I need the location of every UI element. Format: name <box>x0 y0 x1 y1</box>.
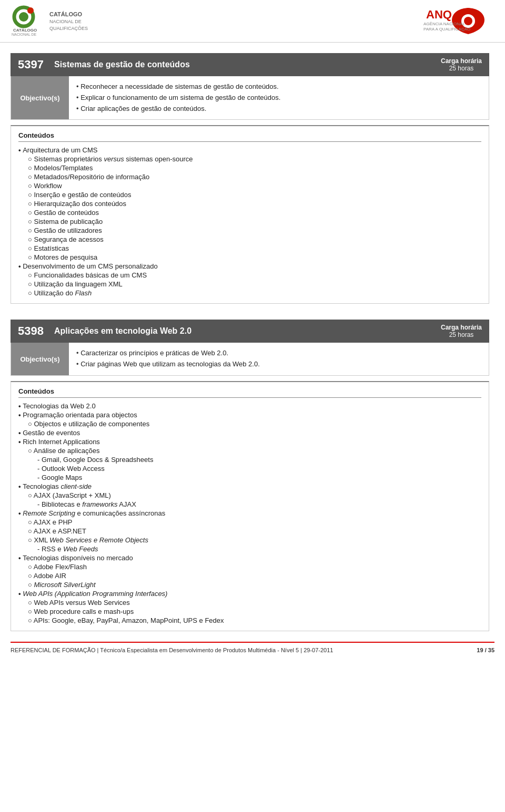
objectivo-list-1: Reconhecer a necessidade de sistemas de … <box>76 81 481 114</box>
section-5398-title: Aplicações em tecnologia Web 2.0 <box>54 326 441 336</box>
conteudo2-item-20: Adobe AIR <box>18 572 481 580</box>
logo-left-line1: CATÁLOGO <box>49 11 88 18</box>
conteudo2-item-23: Web APIs versus Web Services <box>18 599 481 607</box>
conteudo-item-15: Funcionalidades básicas de um CMS <box>18 271 481 279</box>
conteudo-item-8: Gestão de conteúdos <box>18 209 481 217</box>
section-5397-conteudos-block: Conteúdos Arquitectura de um CMS Sistema… <box>11 125 489 304</box>
conteudo2-item-1: Tecnologias da Web 2.0 <box>18 402 481 410</box>
conteudo2-item-15: AJAX e ASP.NET <box>18 527 481 535</box>
conteudo2-item-5: Rich Internet Applications <box>18 438 481 446</box>
conteudos-title-1: Conteúdos <box>18 131 481 142</box>
objectivo-item-1-3: Criar aplicações de gestão de conteúdos. <box>76 104 481 115</box>
conteudos-title-2: Conteúdos <box>18 387 481 398</box>
conteudo-item-10: Gestão de utilizadores <box>18 227 481 234</box>
conteudo2-item-6: Análise de aplicações <box>18 447 481 455</box>
conteudo2-item-13: Remote Scripting e comunicações assíncro… <box>18 509 481 517</box>
logo-left-line2: NACIONAL DE <box>49 18 88 25</box>
page-header: CATÁLOGO NACIONAL DE CATÁLOGO NACIONAL D… <box>0 0 505 43</box>
section-5398-number: 5398 <box>18 324 44 338</box>
conteudo2-item-14: AJAX e PHP <box>18 518 481 526</box>
page-footer: REFERENCIAL DE FORMAÇÃO | Técnico/a Espe… <box>11 642 494 656</box>
svg-text:ANQ: ANQ <box>426 8 452 21</box>
conteudo2-item-25: APIs: Google, eBay, PayPal, Amazon, MapP… <box>18 616 481 624</box>
objectivo-item-2-1: Caracterizar os princípios e práticas de… <box>76 348 481 359</box>
conteudo-item-12: Estatísticas <box>18 244 481 252</box>
conteudo2-item-18: Tecnologias disponíveis no mercado <box>18 554 481 562</box>
logo-left: CATÁLOGO NACIONAL DE CATÁLOGO NACIONAL D… <box>11 5 88 37</box>
objectivo-label-1: Objectivo(s) <box>11 76 69 119</box>
conteudo2-item-4: Gestão de eventos <box>18 429 481 437</box>
carga-value-2: 25 horas <box>441 331 482 338</box>
conteudo2-item-7: Gmail, Google Docs & Spreadsheets <box>18 456 481 464</box>
cq-logo-icon: CATÁLOGO NACIONAL DE <box>11 5 47 37</box>
objectivo-list-2: Caracterizar os princípios e práticas de… <box>76 348 481 370</box>
section-5397-title: Sistemas de gestão de conteúdos <box>54 60 441 69</box>
section-5397: 5397 Sistemas de gestão de conteúdos Car… <box>11 53 489 304</box>
svg-point-1 <box>19 12 28 22</box>
section-5397-carga: Carga horária 25 horas <box>441 57 482 72</box>
conteudo-item-5: Workflow <box>18 182 481 190</box>
objectivo-content-1: Reconhecer a necessidade de sistemas de … <box>69 76 489 119</box>
svg-text:NACIONAL DE: NACIONAL DE <box>12 33 37 36</box>
svg-point-6 <box>464 17 472 25</box>
conteudo-item-4: Metadados/Repositório de informação <box>18 173 481 181</box>
section-5398-carga: Carga horária 25 horas <box>441 324 482 338</box>
carga-label-1: Carga horária <box>441 57 482 65</box>
conteudo2-item-10: Tecnologias client-side <box>18 482 481 490</box>
conteudo-item-3: Modelos/Templates <box>18 164 481 172</box>
objectivo-label-2: Objectivo(s) <box>11 343 69 375</box>
conteudo2-item-21: Microsoft SilverLight <box>18 581 481 589</box>
conteudo2-item-24: Web procedure calls e mash-ups <box>18 608 481 615</box>
section-5397-objectivo-block: Objectivo(s) Reconhecer a necessidade de… <box>11 76 489 120</box>
section-5398-conteudos-block: Conteúdos Tecnologias da Web 2.0 Program… <box>11 381 489 631</box>
section-5397-number: 5397 <box>18 58 44 71</box>
conteudo2-item-22: Web APIs (Application Programming Interf… <box>18 590 481 598</box>
svg-text:CATÁLOGO: CATÁLOGO <box>13 28 37 33</box>
conteudo2-item-17: RSS e Web Feeds <box>18 545 481 553</box>
footer-page: 19 / 35 <box>477 647 494 653</box>
objectivo-item-1-1: Reconhecer a necessidade de sistemas de … <box>76 81 481 92</box>
section-5398-objectivo-block: Objectivo(s) Caracterizar os princípios … <box>11 343 489 376</box>
carga-label-2: Carga horária <box>441 324 482 331</box>
conteudo-item-9: Sistema de publicação <box>18 218 481 225</box>
objectivo-content-2: Caracterizar os princípios e práticas de… <box>69 343 489 375</box>
conteudos-list-1: Arquitectura de um CMS Sistemas propriet… <box>18 146 481 297</box>
conteudo2-item-12: Bibliotecas e frameworks AJAX <box>18 500 481 508</box>
svg-text:PARA A QUALIFICAÇÃO: PARA A QUALIFICAÇÃO <box>423 27 470 32</box>
carga-value-1: 25 horas <box>441 65 482 72</box>
conteudo-item-14: Desenvolvimento de um CMS personalizado <box>18 262 481 270</box>
conteudo-item-2: Sistemas proprietários versus sistemas o… <box>18 155 481 163</box>
section-5397-titlebar: 5397 Sistemas de gestão de conteúdos Car… <box>11 53 489 76</box>
conteudo2-item-16: XML Web Services e Remote Objects <box>18 536 481 544</box>
objectivo-item-1-2: Explicar o funcionamento de um sistema d… <box>76 92 481 104</box>
objectivo-item-2-2: Criar páginas Web que utilizam as tecnol… <box>76 359 481 370</box>
conteudo-item-16: Utilização da linguagem XML <box>18 280 481 288</box>
conteudo-item-13: Motores de pesquisa <box>18 253 481 261</box>
conteudo-item-11: Segurança de acessos <box>18 235 481 243</box>
footer-text: REFERENCIAL DE FORMAÇÃO | Técnico/a Espe… <box>11 647 333 653</box>
conteudo2-item-2: Programação orientada para objectos <box>18 411 481 419</box>
logo-right: ANQ AGÊNCIA NACIONAL PARA A QUALIFICAÇÃO <box>421 5 489 37</box>
svg-text:AGÊNCIA NACIONAL: AGÊNCIA NACIONAL <box>423 22 465 26</box>
conteudo2-item-3: Objectos e utilização de componentes <box>18 420 481 428</box>
svg-point-2 <box>27 7 34 14</box>
conteudo2-item-9: Google Maps <box>18 474 481 481</box>
conteudo-item-6: Inserção e gestão de conteúdos <box>18 191 481 199</box>
conteudo2-item-19: Adobe Flex/Flash <box>18 563 481 571</box>
conteudo2-item-11: AJAX (JavaScript + XML) <box>18 491 481 499</box>
conteudo2-item-8: Outlook Web Access <box>18 465 481 472</box>
conteudo-item-7: Hierarquização dos conteúdos <box>18 200 481 208</box>
conteudo-item-17: Utilização do Flash <box>18 289 481 297</box>
conteudo-item-1: Arquitectura de um CMS <box>18 146 481 154</box>
logo-left-line3: QUALIFICAÇÕES <box>49 25 88 32</box>
anq-logo-icon: ANQ AGÊNCIA NACIONAL PARA A QUALIFICAÇÃO <box>421 5 489 37</box>
section-5398-titlebar: 5398 Aplicações em tecnologia Web 2.0 Ca… <box>11 320 489 343</box>
conteudos-list-2: Tecnologias da Web 2.0 Programação orien… <box>18 402 481 624</box>
section-5398: 5398 Aplicações em tecnologia Web 2.0 Ca… <box>11 320 489 631</box>
